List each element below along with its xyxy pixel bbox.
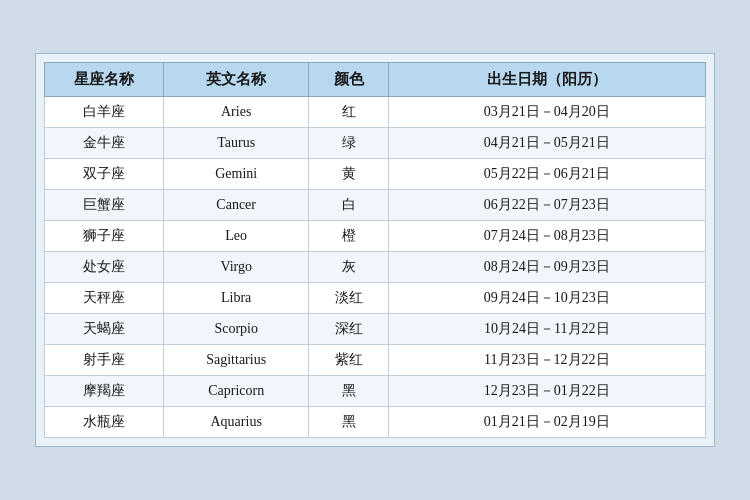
table-row: 天秤座Libra淡红09月24日－10月23日 — [45, 283, 706, 314]
cell-english: Capricorn — [163, 376, 308, 407]
cell-chinese: 摩羯座 — [45, 376, 164, 407]
cell-date: 10月24日－11月22日 — [388, 314, 705, 345]
cell-color: 灰 — [309, 252, 388, 283]
cell-english: Gemini — [163, 159, 308, 190]
table-row: 水瓶座Aquarius黑01月21日－02月19日 — [45, 407, 706, 438]
cell-date: 12月23日－01月22日 — [388, 376, 705, 407]
table-row: 天蝎座Scorpio深红10月24日－11月22日 — [45, 314, 706, 345]
cell-english: Virgo — [163, 252, 308, 283]
table-row: 狮子座Leo橙07月24日－08月23日 — [45, 221, 706, 252]
cell-chinese: 水瓶座 — [45, 407, 164, 438]
cell-english: Aquarius — [163, 407, 308, 438]
cell-color: 黑 — [309, 407, 388, 438]
cell-chinese: 双子座 — [45, 159, 164, 190]
header-english: 英文名称 — [163, 63, 308, 97]
cell-date: 01月21日－02月19日 — [388, 407, 705, 438]
cell-color: 白 — [309, 190, 388, 221]
cell-date: 05月22日－06月21日 — [388, 159, 705, 190]
table-body: 白羊座Aries红03月21日－04月20日金牛座Taurus绿04月21日－0… — [45, 97, 706, 438]
cell-english: Taurus — [163, 128, 308, 159]
cell-date: 04月21日－05月21日 — [388, 128, 705, 159]
cell-english: Cancer — [163, 190, 308, 221]
table-row: 巨蟹座Cancer白06月22日－07月23日 — [45, 190, 706, 221]
table-header-row: 星座名称 英文名称 颜色 出生日期（阳历） — [45, 63, 706, 97]
cell-english: Libra — [163, 283, 308, 314]
table-row: 双子座Gemini黄05月22日－06月21日 — [45, 159, 706, 190]
cell-color: 黑 — [309, 376, 388, 407]
table-row: 处女座Virgo灰08月24日－09月23日 — [45, 252, 706, 283]
cell-date: 03月21日－04月20日 — [388, 97, 705, 128]
zodiac-table: 星座名称 英文名称 颜色 出生日期（阳历） 白羊座Aries红03月21日－04… — [44, 62, 706, 438]
cell-english: Scorpio — [163, 314, 308, 345]
cell-color: 橙 — [309, 221, 388, 252]
cell-english: Sagittarius — [163, 345, 308, 376]
cell-color: 淡红 — [309, 283, 388, 314]
cell-color: 绿 — [309, 128, 388, 159]
cell-chinese: 处女座 — [45, 252, 164, 283]
cell-color: 紫红 — [309, 345, 388, 376]
cell-date: 07月24日－08月23日 — [388, 221, 705, 252]
cell-chinese: 射手座 — [45, 345, 164, 376]
table-row: 金牛座Taurus绿04月21日－05月21日 — [45, 128, 706, 159]
table-row: 射手座Sagittarius紫红11月23日－12月22日 — [45, 345, 706, 376]
cell-chinese: 天秤座 — [45, 283, 164, 314]
cell-date: 08月24日－09月23日 — [388, 252, 705, 283]
header-chinese: 星座名称 — [45, 63, 164, 97]
table-row: 摩羯座Capricorn黑12月23日－01月22日 — [45, 376, 706, 407]
cell-date: 11月23日－12月22日 — [388, 345, 705, 376]
cell-english: Aries — [163, 97, 308, 128]
cell-date: 06月22日－07月23日 — [388, 190, 705, 221]
cell-chinese: 金牛座 — [45, 128, 164, 159]
cell-color: 深红 — [309, 314, 388, 345]
zodiac-table-container: 星座名称 英文名称 颜色 出生日期（阳历） 白羊座Aries红03月21日－04… — [35, 53, 715, 447]
header-date: 出生日期（阳历） — [388, 63, 705, 97]
cell-chinese: 天蝎座 — [45, 314, 164, 345]
cell-chinese: 白羊座 — [45, 97, 164, 128]
cell-date: 09月24日－10月23日 — [388, 283, 705, 314]
cell-chinese: 巨蟹座 — [45, 190, 164, 221]
cell-color: 黄 — [309, 159, 388, 190]
header-color: 颜色 — [309, 63, 388, 97]
cell-english: Leo — [163, 221, 308, 252]
cell-chinese: 狮子座 — [45, 221, 164, 252]
table-row: 白羊座Aries红03月21日－04月20日 — [45, 97, 706, 128]
cell-color: 红 — [309, 97, 388, 128]
